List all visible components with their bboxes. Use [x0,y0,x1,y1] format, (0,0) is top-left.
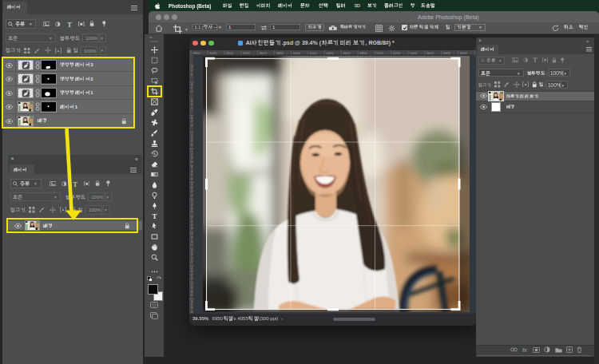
svg-text:0: 0 [191,123,193,127]
svg-text:T: T [152,212,157,220]
svg-text:0: 0 [191,73,193,77]
svg-text:0: 0 [191,89,193,93]
svg-text:0: 0 [191,106,193,110]
